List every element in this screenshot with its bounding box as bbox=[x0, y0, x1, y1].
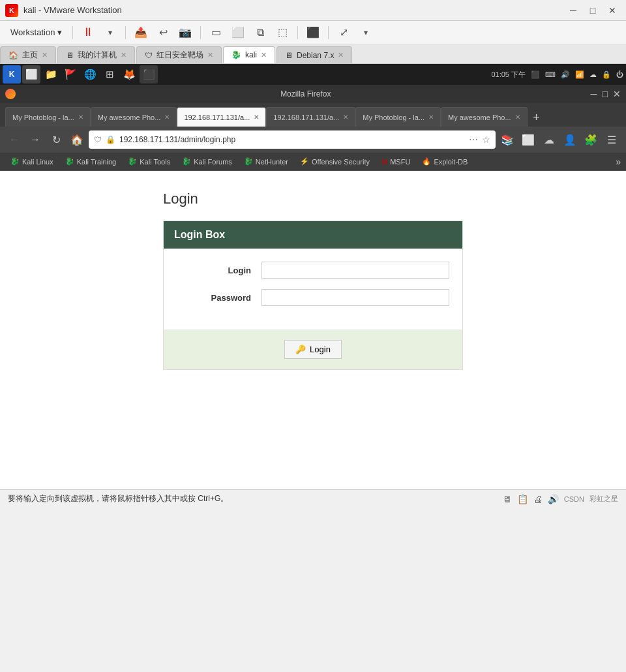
vm-tab-kali[interactable]: 🐉 kali ✕ bbox=[223, 46, 275, 63]
bookmark-kali-tools[interactable]: 🐉 Kali Tools bbox=[123, 155, 175, 169]
ff-tab-0[interactable]: My Photoblog - la... ✕ bbox=[5, 107, 91, 127]
firefox-maximize[interactable]: □ bbox=[603, 89, 608, 99]
mycomputer-tab-label: 我的计算机 bbox=[78, 50, 117, 61]
login-input[interactable] bbox=[261, 262, 449, 279]
os-tray-cloud[interactable]: ☁ bbox=[589, 70, 597, 79]
kali-app-firefox[interactable]: 🦊 bbox=[120, 65, 138, 84]
ff-url-more-icon[interactable]: ⋯ bbox=[469, 134, 478, 145]
kali-tab-close[interactable]: ✕ bbox=[261, 51, 267, 59]
kali-app-terminal-active[interactable]: ⬛ bbox=[140, 65, 158, 84]
vmware-toolbar: Workstation ▾ ⏸ ▾ 📤 ↩ 📷 ▭ ⬜ ⧉ ⬚ ⬛ ⤢ ▾ bbox=[0, 21, 626, 44]
os-tray-keyboard[interactable]: ⌨ bbox=[545, 70, 556, 79]
ff-url-bookmark-icon[interactable]: ☆ bbox=[482, 134, 490, 145]
status-icon-1[interactable]: 🖥 bbox=[503, 494, 512, 504]
bookmark-nethunter[interactable]: 🐉 NetHunter bbox=[239, 155, 293, 169]
ff-new-tab-button[interactable]: + bbox=[528, 108, 546, 127]
terminal-button[interactable]: ⬛ bbox=[303, 23, 323, 42]
ff-toolbar-right: 📚 ⬜ ☁ 👤 🧩 ☰ bbox=[498, 130, 621, 149]
snapshot-revert-button[interactable]: ↩ bbox=[153, 23, 173, 42]
ff-tab-2[interactable]: 192.168.171.131/a... ✕ bbox=[177, 107, 266, 127]
ff-url-bar[interactable]: 🛡 🔒 192.168.171.131/admin/login.php ⋯ ☆ bbox=[89, 130, 496, 149]
home-tab-label: 主页 bbox=[22, 50, 38, 61]
ff-sync-button[interactable]: ☁ bbox=[540, 130, 558, 149]
ff-forward-button[interactable]: → bbox=[26, 130, 44, 149]
kali-training-bookmark-icon: 🐉 bbox=[65, 157, 74, 166]
os-tray-terminal[interactable]: ⬛ bbox=[531, 70, 540, 79]
bookmark-exploit-db[interactable]: 🔥 Exploit-DB bbox=[417, 155, 473, 169]
ff-sidebar-button[interactable]: ⬜ bbox=[519, 130, 537, 149]
exploit-db-bookmark-icon: 🔥 bbox=[422, 157, 431, 166]
mycomputer-tab-close[interactable]: ✕ bbox=[121, 51, 127, 59]
vm-tab-home[interactable]: 🏠 主页 ✕ bbox=[0, 46, 56, 63]
kali-app-flag[interactable]: 🚩 bbox=[61, 65, 80, 84]
ff-tab-1-close[interactable]: ✕ bbox=[164, 114, 170, 121]
firefox-minimize[interactable]: ─ bbox=[591, 89, 597, 99]
ff-profile-button[interactable]: 👤 bbox=[561, 130, 579, 149]
ff-tab-3-close[interactable]: ✕ bbox=[343, 114, 348, 121]
view-normal-button[interactable]: ▭ bbox=[206, 23, 226, 42]
login-form: Login Password bbox=[164, 249, 462, 329]
ff-tab-3[interactable]: 192.168.171.131/a... ✕ bbox=[266, 107, 355, 127]
toolbar-separator-4 bbox=[297, 26, 298, 39]
debian-tab-close[interactable]: ✕ bbox=[338, 51, 344, 59]
ff-tab-1[interactable]: My awesome Pho... ✕ bbox=[91, 107, 177, 127]
vm-tab-redday[interactable]: 🛡 红日安全靶场 ✕ bbox=[136, 46, 222, 63]
ff-extension-button[interactable]: 🧩 bbox=[582, 130, 600, 149]
view-full-button[interactable]: ⬜ bbox=[228, 23, 248, 42]
status-icon-3[interactable]: 🖨 bbox=[533, 494, 543, 504]
ff-tab-4-close[interactable]: ✕ bbox=[428, 114, 434, 121]
bookmark-offensive-security[interactable]: ⚡ Offensive Security bbox=[295, 155, 375, 169]
kali-app-taskbar[interactable]: ⬜ bbox=[22, 65, 40, 84]
minimize-button[interactable]: ─ bbox=[565, 2, 582, 19]
snapshot-button[interactable]: 📷 bbox=[175, 23, 195, 42]
view-unity-button[interactable]: ⧉ bbox=[250, 23, 270, 42]
view-option-button[interactable]: ⬚ bbox=[273, 23, 292, 42]
stretch-button[interactable]: ⤢ bbox=[334, 23, 353, 42]
ff-tab-0-close[interactable]: ✕ bbox=[78, 114, 83, 121]
close-button[interactable]: ✕ bbox=[604, 2, 621, 19]
kali-app-files[interactable]: 📁 bbox=[42, 65, 60, 84]
ff-reload-button[interactable]: ↻ bbox=[47, 130, 65, 149]
ff-home-button[interactable]: 🏠 bbox=[68, 130, 86, 149]
ff-library-button[interactable]: 📚 bbox=[498, 130, 516, 149]
kali-app-globe[interactable]: 🌐 bbox=[81, 65, 99, 84]
os-tray-lock[interactable]: 🔒 bbox=[602, 70, 611, 79]
firefox-window: Mozilla Firefox ─ □ ✕ My Photoblog - la.… bbox=[0, 85, 626, 489]
redday-tab-label: 红日安全靶场 bbox=[156, 50, 203, 61]
ff-menu-button[interactable]: ☰ bbox=[603, 130, 621, 149]
pause-dropdown[interactable]: ▾ bbox=[100, 23, 120, 42]
ff-tab-5[interactable]: My awesome Pho... ✕ bbox=[441, 107, 528, 127]
ff-back-button[interactable]: ← bbox=[5, 130, 23, 149]
stretch-dropdown[interactable]: ▾ bbox=[356, 23, 376, 42]
login-submit-button[interactable]: 🔑 Login bbox=[284, 340, 342, 359]
os-tray-network[interactable]: 📶 bbox=[575, 70, 584, 79]
ff-tab-4-label: My Photoblog - la... bbox=[363, 114, 425, 121]
status-icon-2[interactable]: 📋 bbox=[517, 494, 528, 504]
snapshot-send-button[interactable]: 📤 bbox=[131, 23, 151, 42]
bookmark-kali-forums[interactable]: 🐉 Kali Forums bbox=[177, 155, 237, 169]
bookmarks-more-icon[interactable]: » bbox=[616, 157, 621, 167]
vm-tab-mycomputer[interactable]: 🖥 我的计算机 ✕ bbox=[57, 46, 135, 63]
os-tray-speaker[interactable]: 🔊 bbox=[561, 70, 570, 79]
workstation-menu[interactable]: Workstation ▾ bbox=[5, 25, 67, 40]
login-box-container: Login Box Login Password 🔑 Login bbox=[163, 221, 463, 370]
pause-button[interactable]: ⏸ bbox=[78, 23, 98, 42]
bookmark-msfu[interactable]: M MSFU bbox=[376, 155, 415, 169]
bookmark-kali-linux[interactable]: 🐉 Kali Linux bbox=[5, 155, 59, 169]
password-input[interactable] bbox=[261, 289, 449, 306]
ff-tab-2-close[interactable]: ✕ bbox=[254, 114, 259, 121]
maximize-button[interactable]: □ bbox=[584, 2, 601, 19]
vm-tab-debian[interactable]: 🖥 Debian 7.x ✕ bbox=[276, 46, 352, 63]
bookmark-kali-training[interactable]: 🐉 Kali Training bbox=[60, 155, 122, 169]
status-icon-4[interactable]: 🔊 bbox=[548, 494, 559, 504]
ff-tab-5-close[interactable]: ✕ bbox=[515, 114, 520, 121]
kali-app-kali[interactable]: K bbox=[3, 65, 21, 84]
os-tray-power[interactable]: ⏻ bbox=[616, 70, 623, 78]
login-btn-label: Login bbox=[310, 344, 331, 354]
kali-app-apps[interactable]: ⊞ bbox=[100, 65, 119, 84]
home-tab-close[interactable]: ✕ bbox=[42, 51, 48, 59]
redday-tab-close[interactable]: ✕ bbox=[207, 51, 213, 59]
firefox-close[interactable]: ✕ bbox=[613, 89, 621, 99]
ff-tab-4[interactable]: My Photoblog - la... ✕ bbox=[355, 107, 441, 127]
os-time: 01:05 下午 bbox=[491, 70, 526, 80]
